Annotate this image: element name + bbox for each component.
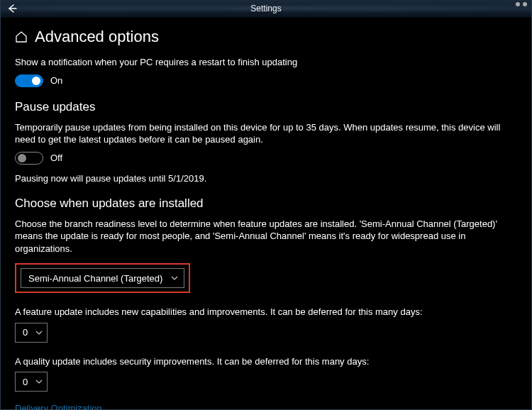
page-title: Advanced options xyxy=(35,28,159,46)
pause-heading: Pause updates xyxy=(15,100,517,114)
pause-note: Pausing now will pause updates until 5/1… xyxy=(15,173,517,184)
page-header: Advanced options xyxy=(15,28,517,46)
window-title: Settings xyxy=(250,4,281,13)
notification-setting: Show a notification when your PC require… xyxy=(15,56,517,87)
channel-dropdown-value: Semi-Annual Channel (Targeted) xyxy=(28,273,162,284)
install-heading: Choose when updates are installed xyxy=(15,196,517,211)
window-control-dot[interactable] xyxy=(523,2,527,6)
quality-defer-block: A quality update includes security impro… xyxy=(15,355,517,392)
feature-defer-dropdown[interactable]: 0 xyxy=(15,323,48,343)
content-area: Advanced options Show a notification whe… xyxy=(1,18,531,410)
notification-description: Show a notification when your PC require… xyxy=(15,56,511,69)
window-controls xyxy=(516,2,527,6)
pause-description: Temporarily pause updates from being ins… xyxy=(15,121,511,146)
channel-dropdown[interactable]: Semi-Annual Channel (Targeted) xyxy=(21,268,184,288)
pause-toggle[interactable] xyxy=(15,152,43,165)
notification-toggle-label: On xyxy=(50,75,62,86)
pause-toggle-label: Off xyxy=(50,153,62,163)
chevron-down-icon xyxy=(35,331,43,335)
back-button[interactable] xyxy=(1,0,23,17)
titlebar: Settings xyxy=(1,0,531,18)
arrow-left-icon xyxy=(6,3,18,14)
quality-defer-value: 0 xyxy=(23,377,28,387)
quality-defer-description: A quality update includes security impro… xyxy=(15,355,511,368)
delivery-optimization-link[interactable]: Delivery Optimization xyxy=(15,403,517,410)
install-description: Choose the branch readiness level to det… xyxy=(15,218,511,255)
notification-toggle[interactable] xyxy=(15,74,43,87)
chevron-down-icon xyxy=(171,276,178,280)
channel-dropdown-highlight: Semi-Annual Channel (Targeted) xyxy=(15,263,190,293)
feature-defer-value: 0 xyxy=(23,327,28,338)
quality-defer-dropdown[interactable]: 0 xyxy=(15,372,48,392)
window-control-dot[interactable] xyxy=(516,2,520,6)
chevron-down-icon xyxy=(35,379,43,384)
feature-defer-description: A feature update includes new capabiliti… xyxy=(15,306,511,318)
feature-defer-block: A feature update includes new capabiliti… xyxy=(15,306,517,343)
home-icon xyxy=(15,31,28,43)
